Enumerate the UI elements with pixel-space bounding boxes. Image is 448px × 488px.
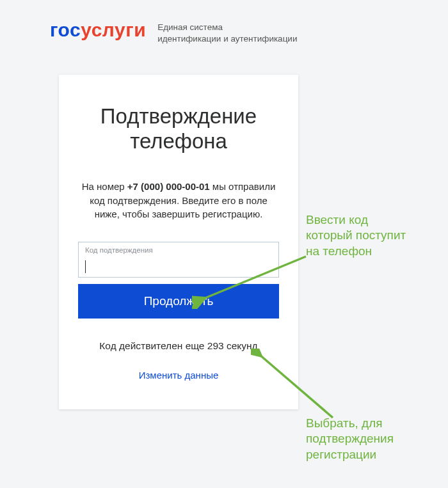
annotation-enter-code-l2: который поступит bbox=[306, 228, 406, 242]
phone-number: +7 (000) 000-00-01 bbox=[127, 181, 210, 192]
code-input-label: Код подтверждения bbox=[85, 246, 153, 254]
tagline-line1: Единая система bbox=[157, 22, 223, 32]
logo-part-uslugi: услуги bbox=[81, 19, 146, 40]
title-line2: телефона bbox=[130, 129, 227, 153]
page-header: госуслуги Единая система идентификации и… bbox=[0, 0, 448, 45]
annotation-confirm-l1: Выбрать, для bbox=[306, 416, 383, 430]
code-validity-text: Код действителен еще 293 секунд bbox=[78, 340, 279, 352]
title-line1: Подтверждение bbox=[100, 104, 257, 128]
change-data-link[interactable]: Изменить данные bbox=[139, 370, 219, 381]
code-input[interactable] bbox=[84, 256, 273, 273]
page-title: Подтверждение телефона bbox=[78, 104, 279, 154]
validity-seconds: 293 bbox=[207, 340, 224, 351]
text-caret bbox=[85, 260, 86, 273]
annotation-confirm-l3: регистрации bbox=[306, 448, 376, 461]
msg-pre: На номер bbox=[82, 181, 127, 192]
annotation-enter-code-l3: на телефон bbox=[306, 244, 372, 258]
annotation-enter-code-l1: Ввести код bbox=[306, 213, 368, 226]
annotation-enter-code: Ввести код который поступит на телефон bbox=[306, 212, 440, 259]
annotation-confirm-registration: Выбрать, для подтверждения регистрации bbox=[306, 416, 440, 462]
confirmation-card: Подтверждение телефона На номер +7 (000)… bbox=[59, 75, 298, 409]
validity-suf: секунд bbox=[224, 340, 258, 351]
annotation-confirm-l2: подтверждения bbox=[306, 432, 394, 445]
continue-button[interactable]: Продолжить bbox=[78, 284, 279, 319]
tagline: Единая система идентификации и аутентифи… bbox=[157, 22, 297, 45]
code-input-wrap[interactable]: Код подтверждения bbox=[78, 242, 279, 278]
logo-part-gos: гос bbox=[50, 19, 81, 40]
instruction-text: На номер +7 (000) 000-00-01 мы отправили… bbox=[78, 180, 279, 221]
logo: госуслуги bbox=[50, 19, 146, 41]
tagline-line2: идентификации и аутентификации bbox=[157, 34, 297, 43]
validity-pre: Код действителен еще bbox=[99, 340, 207, 351]
